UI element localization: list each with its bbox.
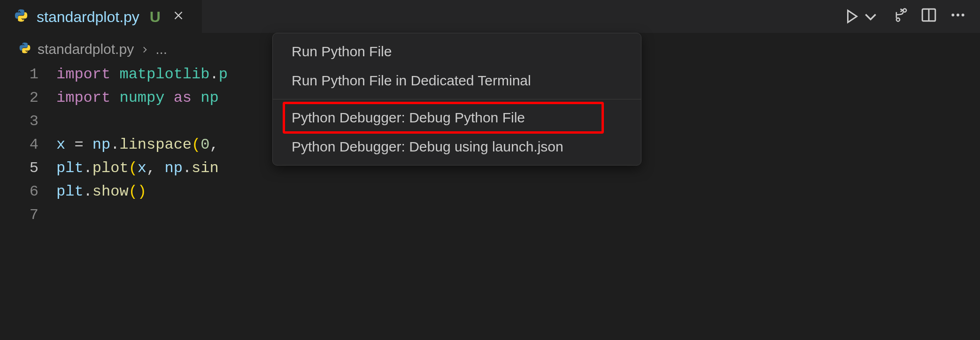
menu-item[interactable]: Python Debugger: Debug using launch.json <box>273 132 641 161</box>
editor-top-actions <box>844 0 966 33</box>
run-dropdown-menu: Run Python FileRun Python File in Dedica… <box>272 33 641 166</box>
breadcrumb-symbol: ... <box>155 41 167 57</box>
line-number-gutter: 1234567 <box>0 63 56 227</box>
breadcrumb-filename: standardplot.py <box>38 41 134 57</box>
line-number: 4 <box>0 133 39 157</box>
menu-separator <box>273 99 641 99</box>
line-number: 2 <box>0 86 39 110</box>
more-actions-icon[interactable] <box>950 7 966 26</box>
run-button-group[interactable] <box>844 8 879 24</box>
chevron-down-icon <box>863 8 879 24</box>
line-number: 6 <box>0 180 39 204</box>
editor-tab-bar: standardplot.py U <box>0 0 980 33</box>
play-icon <box>844 8 860 24</box>
code-line: plt.show() <box>56 180 980 204</box>
line-number: 7 <box>0 204 39 227</box>
chevron-right-icon <box>140 41 149 57</box>
line-number: 5 <box>0 157 39 180</box>
source-control-icon[interactable] <box>892 7 908 26</box>
svg-point-4 <box>962 14 965 16</box>
tab-filename: standardplot.py <box>37 8 139 26</box>
editor-tab[interactable]: standardplot.py U <box>0 0 202 33</box>
line-number: 3 <box>0 110 39 133</box>
python-file-icon <box>14 8 28 26</box>
python-file-icon <box>19 42 31 57</box>
code-line <box>56 204 980 227</box>
split-editor-icon[interactable] <box>921 7 937 26</box>
menu-item[interactable]: Run Python File <box>273 37 641 66</box>
svg-point-3 <box>957 14 959 16</box>
tab-modified-indicator: U <box>150 8 161 26</box>
menu-item[interactable]: Python Debugger: Debug Python File <box>273 103 641 132</box>
svg-point-2 <box>951 14 954 16</box>
menu-item[interactable]: Run Python File in Dedicated Terminal <box>273 66 641 95</box>
close-tab-icon[interactable] <box>173 9 184 24</box>
line-number: 1 <box>0 63 39 86</box>
